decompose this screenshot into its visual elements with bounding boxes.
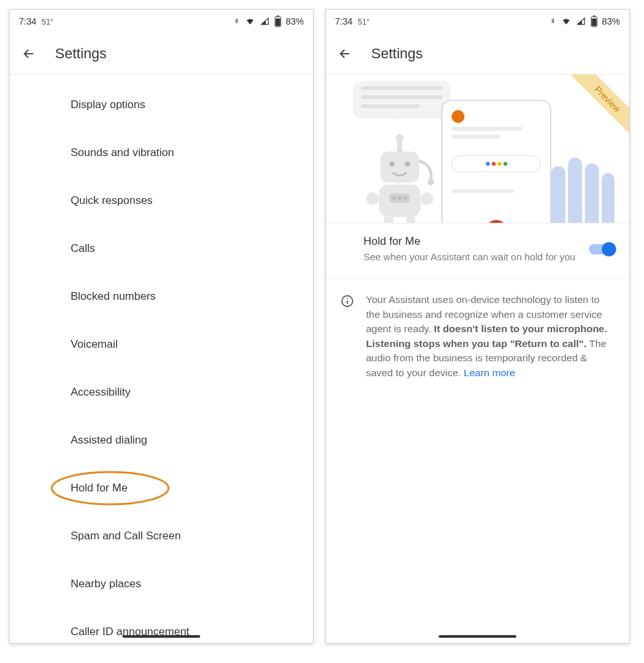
svg-rect-23 (568, 158, 582, 224)
svg-point-21 (428, 179, 434, 185)
settings-list[interactable]: Display optionsSounds and vibrationQuick… (10, 74, 313, 643)
svg-point-20 (396, 134, 404, 142)
app-bar: Settings (326, 33, 629, 74)
settings-item-label: Blocked numbers (71, 290, 155, 303)
settings-item-label: Sounds and vibration (71, 146, 174, 159)
learn-more-link[interactable]: Learn more (464, 367, 515, 378)
svg-point-14 (404, 196, 408, 200)
feature-switch[interactable] (589, 242, 616, 257)
wifi-icon (560, 17, 572, 26)
nav-handle[interactable] (122, 635, 200, 638)
mock-phone-illustration (441, 100, 551, 223)
settings-item-label: Accessibility (71, 386, 131, 399)
svg-point-28 (347, 298, 348, 299)
settings-item-sounds-and-vibration[interactable]: Sounds and vibration (10, 129, 313, 177)
hold-for-me-toggle-row[interactable]: Hold for Me See when your Assistant can … (326, 223, 629, 278)
settings-item-label: Hold for Me (71, 482, 128, 495)
app-bar: Settings (10, 33, 313, 74)
settings-item-label: Spam and Call Screen (71, 530, 181, 543)
settings-item-label: Voicemail (71, 338, 118, 351)
feature-title: Hold for Me (363, 235, 580, 248)
settings-item-label: Display options (71, 98, 145, 111)
settings-item-hold-for-me[interactable]: Hold for Me (10, 464, 313, 512)
svg-rect-17 (384, 217, 393, 223)
settings-item-quick-responses[interactable]: Quick responses (10, 177, 313, 225)
settings-item-label: Nearby places (71, 578, 141, 590)
settings-item-label: Assisted dialing (71, 434, 147, 447)
hand-illustration (536, 145, 620, 223)
info-text: Your Assistant uses on-device technology… (366, 293, 615, 380)
preview-badge: Preview (567, 74, 629, 140)
settings-item-voicemail[interactable]: Voicemail (10, 320, 313, 368)
settings-item-accessibility[interactable]: Accessibility (10, 368, 313, 416)
svg-point-16 (420, 192, 433, 205)
svg-rect-5 (593, 16, 595, 17)
status-temp: 51° (358, 17, 369, 27)
svg-rect-18 (406, 217, 415, 223)
bluetooth-icon (233, 16, 240, 27)
svg-point-12 (392, 196, 396, 200)
settings-item-display-options[interactable]: Display options (10, 81, 313, 129)
page-title: Settings (55, 45, 107, 62)
svg-rect-19 (397, 140, 402, 152)
svg-rect-1 (277, 16, 279, 17)
bluetooth-icon (549, 16, 557, 27)
status-bar: 7:34 51° 83% (326, 10, 629, 33)
settings-item-spam-and-call-screen[interactable]: Spam and Call Screen (10, 512, 313, 560)
status-time: 7:34 (19, 16, 36, 27)
nav-handle[interactable] (439, 635, 516, 638)
settings-item-label: Quick responses (71, 194, 153, 207)
svg-rect-2 (275, 19, 280, 27)
settings-item-nearby-places[interactable]: Nearby places (10, 560, 313, 608)
phone-right: 7:34 51° 83% Settings Preview (325, 9, 630, 644)
page-title: Settings (371, 45, 423, 62)
hero-illustration: Preview (326, 74, 629, 223)
svg-point-8 (389, 161, 395, 166)
settings-item-assisted-dialing[interactable]: Assisted dialing (10, 416, 313, 464)
battery-percent: 83% (602, 16, 620, 27)
svg-rect-24 (585, 163, 599, 223)
back-arrow-icon[interactable] (21, 47, 36, 61)
settings-item-label: Calls (71, 242, 95, 255)
speech-bubble (353, 81, 450, 118)
svg-point-13 (398, 196, 402, 200)
status-time: 7:34 (335, 16, 352, 27)
wifi-icon (244, 17, 256, 26)
feature-subtitle: See when your Assistant can wait on hold… (363, 251, 580, 264)
status-temp: 51° (41, 17, 53, 27)
settings-item-blocked-numbers[interactable]: Blocked numbers (10, 273, 313, 320)
svg-rect-6 (592, 19, 596, 27)
settings-item-calls[interactable]: Calls (10, 225, 313, 273)
battery-icon (274, 16, 282, 27)
info-icon (340, 294, 354, 308)
svg-rect-7 (380, 152, 419, 183)
signal-icon (260, 17, 270, 26)
svg-rect-22 (551, 166, 566, 224)
battery-icon (590, 16, 598, 27)
info-row: Your Assistant uses on-device technology… (326, 278, 629, 380)
back-arrow-icon[interactable] (338, 47, 352, 61)
svg-rect-25 (602, 173, 615, 223)
phone-left: 7:34 51° 83% Settings Display optionsSou… (9, 9, 314, 644)
battery-percent: 83% (286, 16, 304, 27)
svg-point-9 (405, 161, 410, 166)
robot-icon (357, 122, 441, 223)
svg-point-15 (366, 192, 379, 205)
signal-icon (576, 17, 586, 26)
status-bar: 7:34 51° 83% (10, 10, 313, 33)
